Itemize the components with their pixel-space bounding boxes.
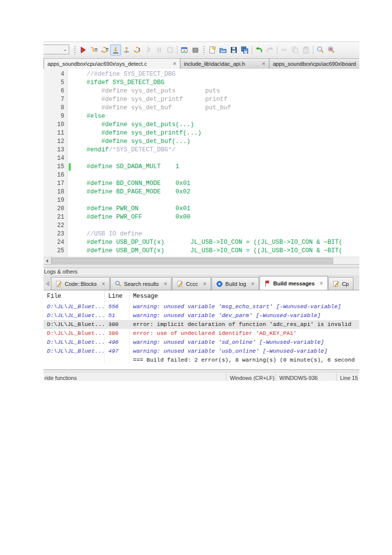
paste-button[interactable] — [301, 45, 311, 55]
close-icon[interactable]: × — [203, 280, 207, 287]
run-button[interactable] — [78, 45, 88, 55]
status-separator — [226, 373, 226, 381]
close-icon[interactable]: × — [257, 60, 265, 67]
scroll-left-button[interactable] — [44, 257, 51, 264]
run-to-cursor-button[interactable] — [88, 45, 99, 55]
file-cell: D:\JL\JL_Bluet... — [44, 338, 105, 347]
column-header-file[interactable]: File — [44, 290, 105, 302]
save-all-button[interactable] — [239, 45, 250, 55]
code-text: #define sys_det_puts puts — [87, 87, 220, 95]
line-number: 23 — [44, 230, 64, 238]
status-field: Windows (CR+LF) — [230, 374, 274, 381]
code-text: #define sys_det_printf(...) — [87, 129, 202, 138]
logs-panel-caption: Logs & others — [44, 268, 359, 276]
line-number: 6 — [44, 87, 64, 95]
step-into-instruction-button[interactable] — [143, 45, 154, 55]
log-tab-code-blocks[interactable]: Code::Blocks× — [51, 277, 110, 290]
target-combobox[interactable]: ⌄ — [44, 45, 69, 54]
column-header-message[interactable]: Message — [130, 290, 359, 302]
log-tab-build-messages[interactable]: Build messages× — [260, 276, 328, 290]
message-cell: warning: unused variable 'msg_echo_start… — [130, 302, 359, 311]
build-message-row[interactable]: D:\JL\JL_Bluet...497warning: unused vari… — [44, 347, 359, 356]
stop-button[interactable] — [165, 45, 175, 55]
close-icon[interactable]: × — [251, 280, 255, 287]
column-header-line[interactable]: Line — [105, 290, 130, 302]
step-into-button[interactable] — [110, 45, 121, 55]
close-icon[interactable]: × — [164, 280, 167, 287]
line-number: 8 — [44, 104, 64, 112]
file-cell: D:\JL\JL_Bluet... — [44, 329, 105, 338]
editor-tab[interactable]: apps_soundbox\cpu\ac690x\board — [269, 58, 359, 69]
run-to-cursor-icon — [90, 46, 98, 54]
toolbar-separator — [313, 46, 313, 54]
status-separator — [336, 373, 337, 381]
close-icon[interactable]: × — [168, 60, 176, 67]
replace-button[interactable]: R — [326, 45, 337, 55]
line-number: 11 — [44, 129, 64, 138]
toolbar: ⌄ ✂R — [44, 42, 359, 57]
log-tab-cccc[interactable]: Cccc× — [172, 277, 211, 290]
save-button[interactable] — [228, 45, 239, 55]
log-tab-build-log[interactable]: Build log× — [212, 277, 259, 290]
new-file-button[interactable] — [207, 45, 218, 55]
replace-icon: R — [327, 46, 335, 54]
horizontal-scrollbar[interactable] — [44, 257, 359, 264]
close-icon[interactable]: × — [320, 280, 323, 287]
message-cell: error: implicit declaration of function … — [130, 320, 359, 329]
code-line: 14 — [44, 154, 359, 163]
line-cell — [105, 356, 130, 365]
build-messages-table: FileLineMessage D:\JL\JL_Bluet...556warn… — [44, 290, 359, 370]
line-number: 4 — [44, 70, 64, 79]
toolbar-separator — [177, 46, 177, 54]
editor-tab[interactable]: include_lib\dac\dac_api.h× — [180, 58, 269, 69]
log-tab-label: Search results — [124, 281, 159, 287]
build-message-row[interactable]: === Build failed: 2 error(s), 8 warning(… — [44, 356, 359, 365]
line-cell: 380 — [105, 320, 130, 329]
line-number: 18 — [44, 188, 64, 196]
open-file-button[interactable] — [218, 45, 228, 55]
code-text: #define USB_DM_OUT(x) JL_USB->IO_CON = (… — [87, 247, 343, 255]
file-cell: D:\JL\JL_Bluet... — [44, 347, 105, 356]
scrollbar-thumb[interactable] — [51, 258, 333, 264]
file-cell: D:\JL\JL_Bluet... — [44, 320, 105, 329]
tabs-scroll-left-button[interactable] — [44, 277, 51, 290]
code-line: 24#define USB_DP_OUT(x) JL_USB->IO_CON =… — [44, 238, 359, 247]
log-tab-search-results[interactable]: Search results× — [110, 277, 172, 290]
find-button[interactable] — [315, 45, 326, 55]
panel-splitter[interactable] — [44, 264, 359, 268]
build-message-row[interactable]: D:\JL\JL_Bluet...496warning: unused vari… — [44, 338, 359, 347]
undo-button[interactable] — [254, 45, 264, 55]
redo-button[interactable] — [264, 45, 275, 55]
build-message-row[interactable]: D:\JL\JL_Bluet...51warning: unused varia… — [44, 311, 359, 320]
debugging-windows-button[interactable] — [179, 45, 190, 55]
build-message-row[interactable]: D:\JL\JL_Bluet...380error: implicit decl… — [44, 320, 359, 329]
redo-icon — [266, 46, 274, 54]
next-line-button[interactable] — [99, 45, 110, 55]
cut-button[interactable]: ✂ — [279, 45, 290, 55]
file-cell — [44, 356, 105, 365]
code-editor[interactable]: 4//#define SYS_DETECT_DBG5#ifdef SYS_DET… — [44, 69, 359, 264]
next-line-icon — [101, 46, 109, 54]
build-message-row[interactable]: D:\JL\JL_Bluet...556warning: unused vari… — [44, 302, 359, 311]
code-text: #define BD_PAGE_MODE 0x02 — [87, 188, 190, 196]
code-line: 11 #define sys_det_printf(...) — [44, 129, 359, 138]
step-into-instruction-icon — [144, 46, 152, 54]
build-messages-icon — [264, 280, 271, 287]
log-tab-cp[interactable]: Cp — [328, 277, 353, 290]
editor-tab[interactable]: apps_soundbox\cpu\ac690x\sys_detect.c× — [44, 58, 180, 69]
log-tab-label: Cp — [342, 281, 349, 287]
close-icon[interactable]: × — [102, 280, 105, 287]
various-info-button[interactable] — [190, 45, 201, 55]
step-out-button[interactable] — [121, 45, 132, 55]
next-instruction-button[interactable] — [132, 45, 143, 55]
log-page-icon — [55, 280, 62, 287]
build-message-row[interactable]: D:\JL\JL_Bluet...380error: use of undecl… — [44, 329, 359, 338]
copy-button[interactable] — [290, 45, 301, 55]
pause-button[interactable] — [154, 45, 165, 55]
status-separator — [275, 373, 276, 381]
code-text: #endif/*SYS_DETECT_DBG*/ — [87, 146, 175, 154]
copy-icon — [291, 46, 299, 54]
code-line: 23//USB IO define — [44, 230, 359, 238]
pause-icon — [155, 46, 163, 54]
toolbar-grip — [73, 46, 76, 54]
